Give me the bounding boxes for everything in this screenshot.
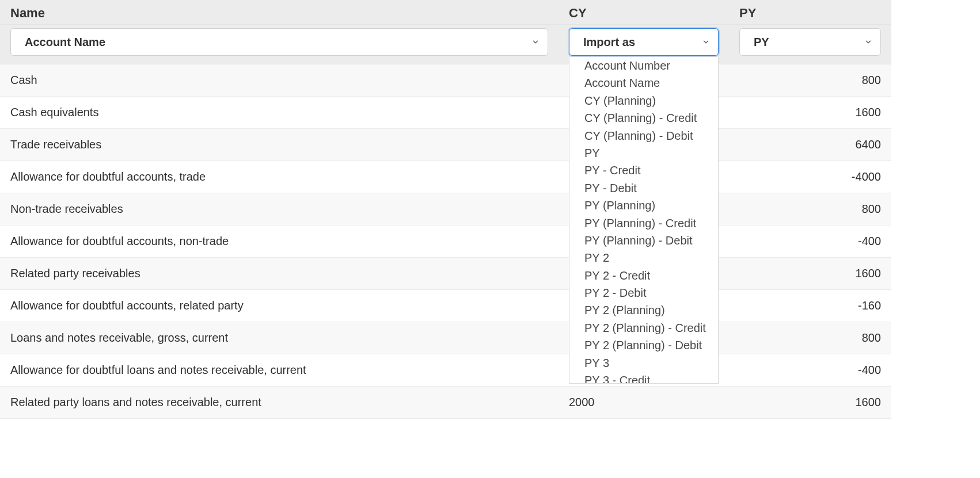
py-value-cell: 1600	[729, 258, 891, 290]
py-value-cell: 1600	[729, 387, 891, 419]
py-value-cell: -160	[729, 290, 891, 322]
col-header-cy: CY	[559, 0, 729, 25]
col-header-py: PY	[729, 0, 891, 25]
cy-mapping-dropdown: Account NumberAccount NameCY (Planning)C…	[569, 57, 719, 384]
chevron-down-icon	[531, 38, 540, 46]
dropdown-option[interactable]: PY 2 - Debit	[569, 284, 718, 301]
chevron-down-icon	[864, 38, 872, 46]
account-name-cell: Cash	[0, 64, 559, 97]
dropdown-option[interactable]: PY 2 (Planning) - Debit	[569, 336, 718, 354]
py-value-cell: 1600	[729, 97, 891, 129]
dropdown-option[interactable]: Account Name	[569, 74, 718, 91]
dropdown-option[interactable]: PY 2	[569, 249, 718, 266]
dropdown-option[interactable]: CY (Planning) - Credit	[569, 109, 718, 127]
account-name-cell: Trade receivables	[0, 129, 559, 161]
mapping-grid: Name CY PY Account Name Import as Accoun…	[0, 0, 891, 419]
chevron-down-icon	[702, 38, 710, 46]
dropdown-option[interactable]: PY 3 - Credit	[569, 372, 718, 383]
dropdown-option[interactable]: PY - Credit	[569, 162, 718, 179]
py-value-cell: -400	[729, 225, 891, 258]
py-mapping-select[interactable]: PY	[739, 28, 881, 56]
dropdown-option[interactable]: CY (Planning) - Debit	[569, 127, 718, 144]
account-name-cell: Allowance for doubtful loans and notes r…	[0, 354, 559, 387]
cy-value-cell: 2000	[559, 387, 729, 419]
account-name-cell: Allowance for doubtful accounts, non-tra…	[0, 225, 559, 258]
dropdown-option[interactable]: PY 2 - Credit	[569, 267, 718, 284]
py-value-cell: -400	[729, 354, 891, 387]
dropdown-option[interactable]: PY 2 (Planning)	[569, 301, 718, 319]
col-select-wrap-name: Account Name	[0, 25, 559, 64]
py-value-cell: 800	[729, 322, 891, 354]
dropdown-option[interactable]: PY (Planning)	[569, 197, 718, 214]
col-select-wrap-py: PY	[729, 25, 891, 64]
dropdown-option[interactable]: Account Number	[569, 57, 718, 74]
py-value-cell: 6400	[729, 129, 891, 161]
py-mapping-select-value: PY	[754, 36, 769, 49]
cy-mapping-select-value: Import as	[583, 36, 635, 49]
dropdown-option[interactable]: CY (Planning)	[569, 92, 718, 109]
col-header-name: Name	[0, 0, 559, 25]
account-name-cell: Allowance for doubtful accounts, related…	[0, 290, 559, 322]
py-value-cell: 800	[729, 64, 891, 97]
py-value-cell: 800	[729, 193, 891, 225]
account-name-cell: Loans and notes receivable, gross, curre…	[0, 322, 559, 354]
account-name-cell: Related party loans and notes receivable…	[0, 387, 559, 419]
col-select-wrap-cy: Import as Account NumberAccount NameCY (…	[559, 25, 729, 64]
account-name-cell: Non-trade receivables	[0, 193, 559, 225]
account-name-cell: Cash equivalents	[0, 97, 559, 129]
dropdown-option[interactable]: PY - Debit	[569, 179, 718, 197]
cy-mapping-select[interactable]: Import as Account NumberAccount NameCY (…	[569, 28, 719, 56]
name-mapping-select-value: Account Name	[25, 36, 105, 49]
dropdown-option[interactable]: PY (Planning) - Credit	[569, 215, 718, 232]
account-name-cell: Related party receivables	[0, 258, 559, 290]
dropdown-option[interactable]: PY (Planning) - Debit	[569, 232, 718, 249]
dropdown-option[interactable]: PY 3	[569, 354, 718, 372]
py-value-cell: -4000	[729, 161, 891, 193]
name-mapping-select[interactable]: Account Name	[10, 28, 548, 56]
account-name-cell: Allowance for doubtful accounts, trade	[0, 161, 559, 193]
dropdown-option[interactable]: PY	[569, 144, 718, 162]
cy-mapping-dropdown-list[interactable]: Account NumberAccount NameCY (Planning)C…	[569, 57, 718, 383]
dropdown-option[interactable]: PY 2 (Planning) - Credit	[569, 319, 718, 336]
